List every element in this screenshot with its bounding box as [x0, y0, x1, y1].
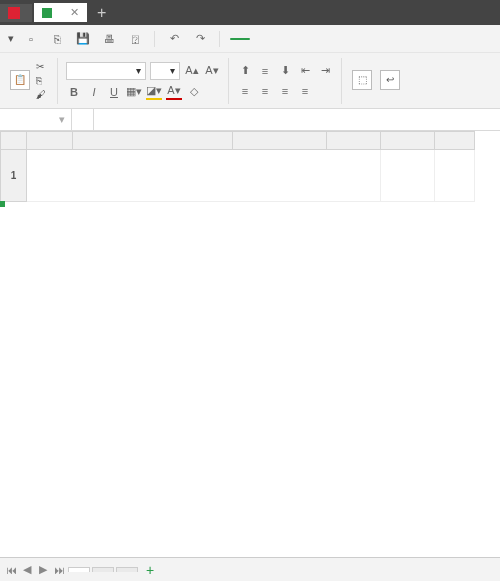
tab-start[interactable] — [230, 38, 250, 40]
chevron-down-icon: ▾ — [59, 113, 65, 126]
new-icon[interactable]: ▫ — [22, 30, 40, 48]
indent-dec-icon[interactable]: ⇤ — [297, 63, 313, 79]
increase-font-icon[interactable]: A▴ — [184, 63, 200, 79]
sheet-tab[interactable] — [68, 567, 90, 572]
separator — [57, 58, 58, 104]
selection-box — [0, 202, 4, 206]
open-icon[interactable]: ⎘ — [48, 30, 66, 48]
print-icon[interactable]: 🖶 — [100, 30, 118, 48]
formula-bar: ▾ — [0, 109, 500, 131]
align-bottom-icon[interactable]: ⬇ — [277, 63, 293, 79]
font-color-icon[interactable]: A▾ — [166, 84, 182, 100]
copy-button[interactable]: ⎘ — [36, 75, 49, 86]
merge-group: ⬚ ↩ — [346, 70, 406, 92]
sheet-tab[interactable] — [92, 567, 114, 572]
ribbon: 📋 ✂ ⎘ 🖌 ▾ ▾ A▴ A▾ B I U ▦▾ ◪▾ A▾ ◇ — [0, 53, 500, 109]
indent-inc-icon[interactable]: ⇥ — [317, 63, 333, 79]
select-all-corner[interactable] — [1, 132, 27, 150]
align-justify-icon[interactable]: ≡ — [297, 83, 313, 99]
row-header[interactable]: 1 — [1, 150, 27, 202]
align-group: ⬆ ≡ ⬇ ⇤ ⇥ ≡ ≡ ≡ ≡ — [233, 63, 337, 99]
save-icon[interactable]: 💾 — [74, 30, 92, 48]
align-middle-icon[interactable]: ≡ — [257, 63, 273, 79]
merge-icon: ⬚ — [352, 70, 372, 90]
col-header-b[interactable] — [73, 132, 233, 150]
file-tab[interactable]: ✕ — [34, 3, 87, 22]
font-group: ▾ ▾ A▴ A▾ B I U ▦▾ ◪▾ A▾ ◇ — [62, 62, 224, 100]
titlebar: ✕ + — [0, 0, 500, 25]
grid[interactable]: 1 — [0, 131, 500, 557]
sheet-tab[interactable] — [116, 567, 138, 572]
close-tab-icon[interactable]: ✕ — [70, 6, 79, 19]
formula-input[interactable] — [94, 109, 500, 130]
cell[interactable] — [381, 150, 435, 202]
file-menu[interactable]: ▾ — [6, 32, 14, 45]
wps-logo-icon — [8, 7, 20, 19]
sheet-tab-bar: ⏮ ◀ ▶ ⏭ + — [0, 557, 500, 581]
app-brand — [0, 4, 32, 22]
separator — [219, 31, 220, 47]
underline-icon[interactable]: U — [106, 84, 122, 100]
align-left-icon[interactable]: ≡ — [237, 83, 253, 99]
chevron-down-icon: ▾ — [170, 65, 175, 76]
col-header-d[interactable] — [327, 132, 381, 150]
font-size-select[interactable]: ▾ — [150, 62, 180, 80]
cut-button[interactable]: ✂ — [36, 61, 49, 72]
col-header-a[interactable] — [27, 132, 73, 150]
quickbar: ▾ ▫ ⎘ 💾 🖶 ⍰ ↶ ↷ — [0, 25, 500, 53]
wrap-text-button[interactable]: ↩ — [378, 70, 402, 92]
chevron-down-icon: ▾ — [8, 32, 14, 45]
separator — [228, 58, 229, 104]
spreadsheet-icon — [42, 8, 52, 18]
clear-format-icon[interactable]: ◇ — [186, 84, 202, 100]
merge-center-button[interactable]: ⬚ — [350, 70, 374, 92]
cell[interactable] — [435, 150, 475, 202]
align-right-icon[interactable]: ≡ — [277, 83, 293, 99]
fill-color-icon[interactable]: ◪▾ — [146, 84, 162, 100]
paste-icon: 📋 — [10, 70, 30, 90]
align-top-icon[interactable]: ⬆ — [237, 63, 253, 79]
next-sheet-icon[interactable]: ▶ — [36, 563, 50, 577]
col-header-c[interactable] — [233, 132, 327, 150]
paste-button[interactable]: 📋 — [8, 70, 32, 92]
chevron-down-icon: ▾ — [136, 65, 141, 76]
italic-icon[interactable]: I — [86, 84, 102, 100]
add-sheet-icon[interactable]: + — [140, 562, 160, 578]
redo-icon[interactable]: ↷ — [191, 30, 209, 48]
name-box[interactable]: ▾ — [0, 109, 72, 130]
decrease-font-icon[interactable]: A▾ — [204, 63, 220, 79]
undo-icon[interactable]: ↶ — [165, 30, 183, 48]
separator — [154, 31, 155, 47]
separator — [341, 58, 342, 104]
prev-sheet-icon[interactable]: ◀ — [20, 563, 34, 577]
format-painter-button[interactable]: 🖌 — [36, 89, 49, 100]
fx-icon[interactable] — [72, 109, 94, 130]
first-sheet-icon[interactable]: ⏮ — [4, 563, 18, 577]
border-icon[interactable]: ▦▾ — [126, 84, 142, 100]
col-header-f[interactable] — [435, 132, 475, 150]
bold-icon[interactable]: B — [66, 84, 82, 100]
preview-icon[interactable]: ⍰ — [126, 30, 144, 48]
font-name-select[interactable]: ▾ — [66, 62, 146, 80]
title-cell[interactable] — [27, 150, 381, 202]
align-center-icon[interactable]: ≡ — [257, 83, 273, 99]
col-header-e[interactable] — [381, 132, 435, 150]
last-sheet-icon[interactable]: ⏭ — [52, 563, 66, 577]
wrap-icon: ↩ — [380, 70, 400, 90]
clipboard-group: 📋 ✂ ⎘ 🖌 — [4, 61, 53, 100]
new-tab-button[interactable]: + — [87, 4, 116, 22]
